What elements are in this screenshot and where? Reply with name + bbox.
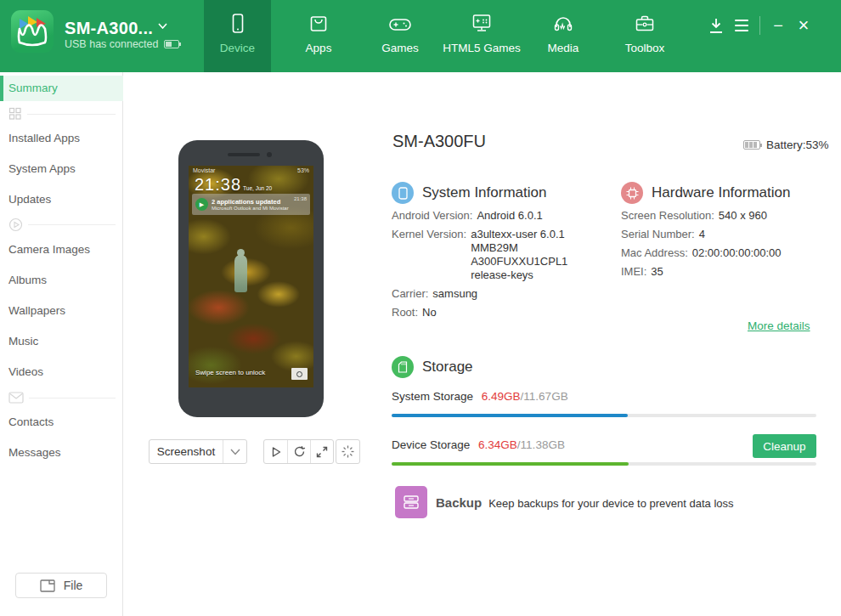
tab-device[interactable]: Device	[204, 0, 271, 72]
tab-media[interactable]: Media	[531, 0, 595, 72]
headphones-icon	[531, 12, 595, 37]
sidebar-item-music[interactable]: Music	[0, 331, 123, 352]
chevron-down-icon[interactable]	[223, 440, 246, 463]
sidebar-item-contacts[interactable]: Contacts	[0, 412, 123, 432]
sidebar-item-summary[interactable]: Summary	[0, 76, 123, 101]
cleanup-button[interactable]: Cleanup	[753, 434, 816, 458]
connection-status: USB has connected	[65, 38, 179, 50]
folder-icon	[40, 579, 55, 592]
phone-speaker	[228, 153, 260, 156]
spinner-icon[interactable]	[336, 439, 360, 464]
hardware-info-list: Screen Resolution:540 x 960 Serial Numbe…	[621, 209, 825, 284]
system-storage-row: System Storage 6.49GB/11.67GB	[392, 390, 568, 403]
battery-small-icon	[164, 40, 179, 48]
play-icon[interactable]	[264, 440, 287, 463]
sidebar-section-apps	[8, 107, 116, 121]
device-storage-bar	[392, 462, 816, 466]
more-details-link[interactable]: More details	[748, 319, 810, 332]
menu-icon[interactable]	[729, 13, 754, 38]
device-screen-preview[interactable]: Movistar 53% 21:38Tue, Jun 20 ▶ 2 applic…	[178, 140, 324, 417]
unlock-hint: Swipe screen to unlock	[195, 369, 265, 376]
hardware-info-header: Hardware Information	[621, 182, 790, 204]
tab-apps[interactable]: Apps	[286, 0, 351, 72]
storage-header: Storage	[392, 356, 473, 378]
app-window: SM-A300... USB has connected Device Apps…	[0, 0, 841, 616]
sidebar-item-wallpapers[interactable]: Wallpapers	[0, 301, 123, 321]
sidebar-item-camera-images[interactable]: Camera Images	[0, 240, 123, 260]
preview-controls	[263, 439, 334, 464]
refresh-icon[interactable]	[287, 440, 310, 463]
device-storage-row: Device Storage 6.34GB/11.38GB	[392, 438, 565, 451]
titlebar: SM-A300... USB has connected Device Apps…	[0, 0, 841, 72]
toolbox-icon	[612, 12, 677, 37]
camera-shortcut-icon	[291, 368, 308, 380]
battery-icon	[743, 140, 760, 150]
window-controls: − ×	[703, 0, 816, 51]
storage-icon	[392, 356, 414, 378]
phone-statusbar: Movistar 53%	[189, 167, 313, 173]
system-storage-bar	[392, 414, 816, 417]
tab-games[interactable]: Games	[368, 0, 432, 72]
grid-icon	[8, 107, 22, 121]
sidebar-section-messaging	[8, 391, 116, 404]
apps-bag-icon	[286, 12, 351, 37]
connected-device-title[interactable]: SM-A300...	[65, 14, 167, 38]
backup-icon[interactable]	[395, 486, 427, 518]
monitor-games-icon	[439, 12, 524, 37]
file-button[interactable]: File	[15, 573, 107, 598]
sidebar-section-media	[8, 218, 116, 231]
tab-toolbox[interactable]: Toolbox	[612, 0, 677, 72]
lockscreen-notification: ▶ 2 applications updated Microsoft Outlo…	[192, 194, 310, 215]
close-button[interactable]: ×	[791, 13, 816, 38]
battery-status: Battery:53%	[743, 138, 829, 151]
divider	[759, 16, 760, 35]
sidebar: Summary Installed Apps System Apps Updat…	[0, 72, 123, 616]
screenshot-button[interactable]: Screenshot	[149, 439, 247, 464]
fullscreen-icon[interactable]	[310, 440, 333, 463]
sidebar-item-system-apps[interactable]: System Apps	[0, 159, 123, 179]
device-name-title: SM-A300FU	[392, 132, 486, 151]
minimize-button[interactable]: −	[765, 13, 791, 38]
chevron-down-icon	[158, 14, 167, 33]
app-logo-icon	[11, 10, 54, 53]
sidebar-item-installed-apps[interactable]: Installed Apps	[0, 128, 123, 149]
sidebar-item-updates[interactable]: Updates	[0, 189, 123, 210]
phone-screen: Movistar 53% 21:38Tue, Jun 20 ▶ 2 applic…	[189, 166, 313, 387]
lockscreen-clock: 21:38Tue, Jun 20	[195, 175, 272, 195]
play-store-icon: ▶	[195, 198, 208, 211]
sidebar-item-albums[interactable]: Albums	[0, 270, 123, 291]
system-info-list: Android Version:Android 6.0.1 Kernel Ver…	[392, 209, 621, 325]
gamepad-icon	[368, 12, 432, 37]
system-info-icon	[392, 182, 414, 204]
tab-html5-games[interactable]: HTML5 Games	[439, 0, 524, 72]
smartphone-icon	[204, 12, 271, 37]
play-circle-icon	[8, 218, 23, 232]
wallpaper-statue	[234, 255, 247, 292]
sidebar-item-messages[interactable]: Messages	[0, 443, 123, 463]
sidebar-item-videos[interactable]: Videos	[0, 362, 123, 382]
backup-row[interactable]: Backup Keep backups for your device to p…	[436, 495, 734, 510]
phone-front-camera	[267, 152, 272, 157]
mail-icon	[8, 392, 24, 404]
hardware-info-icon	[621, 182, 643, 204]
download-icon[interactable]	[703, 13, 729, 38]
system-info-header: System Information	[392, 182, 546, 204]
